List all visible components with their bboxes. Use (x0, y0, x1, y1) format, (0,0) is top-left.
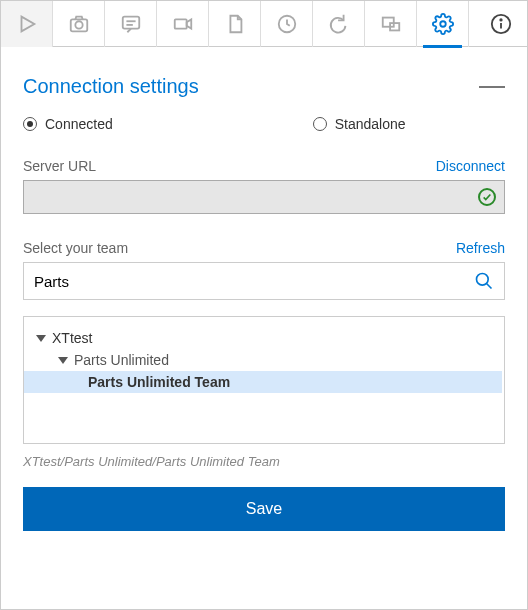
document-button[interactable] (209, 1, 261, 47)
radio-dot-icon (313, 117, 327, 131)
team-search-box[interactable] (23, 262, 505, 300)
window-button[interactable] (365, 1, 417, 47)
search-icon (474, 271, 494, 291)
section-header: Connection settings (23, 75, 505, 98)
clock-icon (276, 13, 298, 35)
toolbar (1, 1, 527, 47)
play-icon (16, 13, 38, 35)
tree-root-label: XTtest (52, 330, 92, 346)
server-url-input[interactable] (23, 180, 505, 214)
svg-point-15 (477, 274, 489, 286)
refresh-link[interactable]: Refresh (456, 240, 505, 256)
save-button-label: Save (246, 500, 282, 518)
window-icon (380, 13, 402, 35)
tree-node-project[interactable]: Parts Unlimited (24, 349, 504, 371)
chevron-down-icon (58, 357, 68, 364)
tree-project-label: Parts Unlimited (74, 352, 169, 368)
comment-button[interactable] (105, 1, 157, 47)
svg-marker-0 (21, 17, 34, 32)
team-tree: XTtest Parts Unlimited Parts Unlimited T… (23, 316, 505, 444)
svg-point-14 (500, 19, 501, 20)
svg-point-11 (440, 21, 446, 27)
tree-node-root[interactable]: XTtest (24, 327, 504, 349)
standalone-radio[interactable]: Standalone (313, 116, 406, 132)
tree-node-team-selected[interactable]: Parts Unlimited Team (24, 371, 502, 393)
collapse-icon[interactable] (479, 86, 505, 88)
check-icon (478, 188, 496, 206)
retry-button[interactable] (313, 1, 365, 47)
info-icon (490, 13, 512, 35)
save-button[interactable]: Save (23, 487, 505, 531)
selected-path: XTtest/Parts Unlimited/Parts Unlimited T… (23, 454, 505, 469)
settings-icon (432, 13, 454, 35)
server-url-label: Server URL (23, 158, 96, 174)
select-team-label: Select your team (23, 240, 128, 256)
chevron-down-icon (36, 335, 46, 342)
comment-icon (120, 13, 142, 35)
connected-radio[interactable]: Connected (23, 116, 113, 132)
svg-line-16 (487, 284, 492, 289)
section-title: Connection settings (23, 75, 199, 98)
retry-icon (328, 13, 350, 35)
standalone-label: Standalone (335, 116, 406, 132)
video-button[interactable] (157, 1, 209, 47)
radio-dot-icon (23, 117, 37, 131)
team-search-input[interactable] (34, 273, 474, 290)
clock-button[interactable] (261, 1, 313, 47)
settings-tab[interactable] (417, 1, 469, 47)
video-icon (172, 13, 194, 35)
info-button[interactable] (475, 1, 527, 47)
mode-radio-group: Connected Standalone (23, 116, 505, 132)
content-area: Connection settings Connected Standalone… (1, 47, 527, 531)
svg-point-2 (75, 21, 82, 28)
connected-label: Connected (45, 116, 113, 132)
svg-rect-6 (174, 19, 186, 28)
document-icon (224, 13, 246, 35)
tree-team-label: Parts Unlimited Team (88, 374, 230, 390)
svg-rect-3 (122, 17, 139, 29)
camera-button[interactable] (53, 1, 105, 47)
play-button[interactable] (1, 1, 53, 47)
svg-marker-7 (186, 19, 191, 28)
disconnect-link[interactable]: Disconnect (436, 158, 505, 174)
camera-icon (68, 13, 90, 35)
